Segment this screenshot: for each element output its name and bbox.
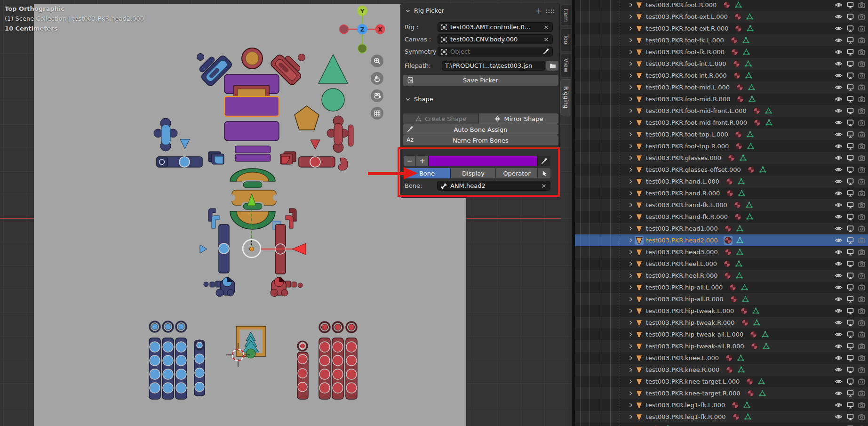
hide-viewport-eye-icon[interactable] (835, 330, 843, 338)
mesh-data-icon[interactable] (741, 283, 749, 291)
eyedropper-icon[interactable] (542, 48, 549, 55)
hide-viewport-eye-icon[interactable] (835, 319, 843, 327)
disable-render-camera-icon[interactable] (858, 60, 866, 68)
hide-viewport-eye-icon[interactable] (835, 342, 843, 350)
object-data-icon[interactable] (635, 365, 644, 374)
hide-viewport-eye-icon[interactable] (835, 13, 843, 21)
object-data-icon[interactable] (635, 71, 644, 80)
disable-viewport-monitor-icon[interactable] (846, 389, 854, 397)
disable-viewport-monitor-icon[interactable] (846, 166, 854, 174)
outliner-row[interactable]: test003.PKR.knee.R.000 (575, 364, 868, 376)
mesh-data-icon[interactable] (745, 72, 753, 80)
outliner-row[interactable]: test003.PKR.knee-target.R.000 (575, 387, 868, 399)
mesh-data-icon[interactable] (738, 189, 746, 197)
material-icon[interactable] (724, 236, 733, 245)
expand-chevron-icon[interactable] (628, 84, 635, 90)
disable-viewport-monitor-icon[interactable] (846, 307, 854, 315)
material-icon[interactable] (749, 330, 758, 339)
expand-chevron-icon[interactable] (628, 261, 635, 267)
axis-neg-x-ball[interactable] (340, 25, 349, 34)
material-icon[interactable] (733, 212, 742, 221)
material-icon[interactable] (734, 24, 743, 33)
material-icon[interactable] (746, 389, 755, 398)
mirror-shape-button[interactable]: Mirror Shape (479, 113, 558, 124)
expand-chevron-icon[interactable] (628, 143, 635, 149)
filepath-field[interactable]: T:\PRODUCTI...ta\test003.jsn (442, 61, 545, 71)
hide-viewport-eye-icon[interactable] (835, 48, 843, 56)
hide-viewport-eye-icon[interactable] (835, 201, 843, 209)
disable-render-camera-icon[interactable] (858, 72, 866, 80)
hide-viewport-eye-icon[interactable] (835, 295, 843, 303)
disable-viewport-monitor-icon[interactable] (846, 272, 854, 280)
camera-view-button[interactable] (371, 89, 383, 102)
hide-viewport-eye-icon[interactable] (835, 401, 843, 409)
outliner-row[interactable]: test003.PKR.hand.R.000 (575, 187, 868, 199)
left-finger-widgets[interactable] (149, 322, 205, 399)
disable-viewport-monitor-icon[interactable] (846, 248, 854, 256)
disable-viewport-monitor-icon[interactable] (846, 36, 854, 44)
disable-viewport-monitor-icon[interactable] (846, 319, 854, 327)
mesh-data-icon[interactable] (761, 330, 769, 338)
outliner-row[interactable]: test003.PKR.hand-fk.L.000 (575, 199, 868, 211)
disable-viewport-monitor-icon[interactable] (846, 401, 854, 409)
hide-viewport-eye-icon[interactable] (835, 166, 843, 174)
tab-item[interactable]: Item (560, 5, 571, 26)
object-data-icon[interactable] (635, 283, 644, 292)
disable-viewport-monitor-icon[interactable] (846, 142, 854, 150)
hide-viewport-eye-icon[interactable] (835, 24, 843, 32)
outliner-row[interactable]: test003.PKR.foot-fk.R.000 (575, 46, 868, 58)
disable-render-camera-icon[interactable] (858, 213, 866, 221)
tab-view[interactable]: View (560, 54, 571, 77)
disable-viewport-monitor-icon[interactable] (846, 213, 854, 221)
create-shape-button[interactable]: Create Shape (403, 113, 478, 124)
disable-viewport-monitor-icon[interactable] (846, 177, 854, 185)
object-data-icon[interactable] (635, 24, 644, 33)
object-data-icon[interactable] (635, 389, 644, 398)
expand-chevron-icon[interactable] (628, 202, 635, 208)
material-icon[interactable] (725, 365, 734, 374)
mesh-data-icon[interactable] (746, 213, 754, 221)
object-data-icon[interactable] (635, 271, 644, 280)
expand-chevron-icon[interactable] (628, 296, 635, 302)
open-filebrowser-button[interactable] (546, 61, 558, 71)
mesh-data-icon[interactable] (762, 342, 770, 350)
expand-chevron-icon[interactable] (628, 72, 635, 79)
object-data-icon[interactable] (635, 165, 644, 174)
disable-render-camera-icon[interactable] (858, 177, 866, 185)
expand-chevron-icon[interactable] (628, 108, 635, 114)
hide-viewport-eye-icon[interactable] (835, 72, 843, 80)
expand-chevron-icon[interactable] (628, 414, 635, 420)
disable-viewport-monitor-icon[interactable] (846, 342, 854, 350)
foot-widgets[interactable] (204, 277, 303, 297)
outliner-row[interactable]: test003.PKR.knee-target.L.000 (575, 376, 868, 387)
expand-chevron-icon[interactable] (628, 37, 635, 43)
disable-viewport-monitor-icon[interactable] (846, 1, 854, 9)
expand-chevron-icon[interactable] (628, 225, 635, 232)
object-data-icon[interactable] (635, 48, 644, 56)
disable-viewport-monitor-icon[interactable] (846, 60, 854, 68)
disable-render-camera-icon[interactable] (858, 201, 866, 209)
outliner-row[interactable]: test003.PKR.foot-mid.R.000 (575, 93, 868, 105)
expand-chevron-icon[interactable] (628, 120, 635, 126)
mesh-data-icon[interactable] (744, 413, 752, 421)
object-data-icon[interactable] (635, 201, 644, 209)
hide-viewport-eye-icon[interactable] (835, 36, 843, 44)
object-data-icon[interactable] (635, 259, 644, 268)
mesh-data-icon[interactable] (735, 260, 743, 268)
object-data-icon[interactable] (635, 295, 644, 304)
material-icon[interactable] (723, 259, 732, 268)
hide-viewport-eye-icon[interactable] (835, 107, 843, 115)
hide-viewport-eye-icon[interactable] (835, 248, 843, 256)
object-data-icon[interactable] (635, 189, 644, 198)
disable-render-camera-icon[interactable] (858, 13, 866, 21)
disable-render-camera-icon[interactable] (858, 189, 866, 197)
hide-viewport-eye-icon[interactable] (835, 236, 843, 244)
object-data-icon[interactable] (635, 236, 644, 245)
mesh-data-icon[interactable] (744, 60, 752, 68)
mesh-data-icon[interactable] (765, 119, 773, 127)
outliner-row[interactable]: test003.PKR.foot-top.L.000 (575, 129, 868, 140)
outliner-row[interactable]: test003.PKR.foot-ext.L.000 (575, 11, 868, 23)
object-data-icon[interactable] (635, 212, 644, 221)
mesh-data-icon[interactable] (764, 107, 772, 115)
disable-viewport-monitor-icon[interactable] (846, 72, 854, 80)
